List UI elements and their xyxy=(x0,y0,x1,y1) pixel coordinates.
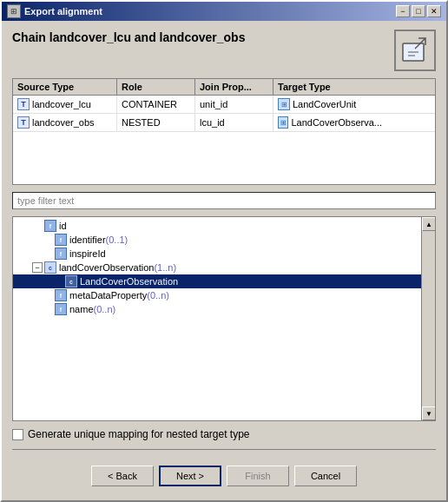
tree-item-name[interactable]: + f name (0..n) xyxy=(13,302,421,316)
col-target-type: Target Type xyxy=(273,79,386,95)
maximize-button[interactable]: □ xyxy=(412,5,425,17)
tree-label-inspireid: inspireId xyxy=(69,248,106,259)
minimize-button[interactable]: − xyxy=(396,5,410,17)
filter-input[interactable]: type filter text xyxy=(12,192,436,209)
table-header: Source Type Role Join Prop... Target Typ… xyxy=(13,79,435,96)
footer-buttons: < Back Next > Finish Cancel xyxy=(12,459,436,492)
export-icon xyxy=(394,30,436,71)
target-type-icon-1: ⊞ xyxy=(278,98,290,110)
multiplicity-metadataprop: (0..n) xyxy=(147,290,169,301)
multiplicity-name: (0..n) xyxy=(94,304,116,314)
window-title: Export alignment xyxy=(24,6,102,17)
tree-item-landcoverobs[interactable]: − c landCoverObservation (1..n) xyxy=(13,261,421,274)
main-content: Chain landcover_lcu and landcover_obs So… xyxy=(2,21,446,500)
cell-source-2: T landcover_obs xyxy=(13,114,117,131)
tree-label-metadataprop: metaDataProperty xyxy=(69,290,147,301)
separator xyxy=(12,449,436,450)
cell-target-2: ⊞ LandCoverObserva... xyxy=(273,114,386,131)
empty-table-rows xyxy=(13,132,435,184)
field-icon: f xyxy=(44,220,56,232)
col-source-type: Source Type xyxy=(13,79,117,95)
next-button[interactable]: Next > xyxy=(159,466,221,486)
finish-button[interactable]: Finish xyxy=(227,466,289,486)
tree-label-id: id xyxy=(59,221,67,231)
tree-item-landcoverobs-class[interactable]: + c LandCoverObservation xyxy=(13,274,421,288)
checkbox-label: Generate unique mapping for nested targe… xyxy=(28,428,250,440)
cancel-button[interactable]: Cancel xyxy=(294,466,357,486)
source-type-icon-2: T xyxy=(17,116,30,129)
target-type-icon-2: ⊞ xyxy=(278,116,288,129)
class-icon-selected: c xyxy=(65,275,77,287)
close-button[interactable]: ✕ xyxy=(427,5,441,17)
tree-label-identifier: identifier xyxy=(69,234,106,245)
title-bar: ⊞ Export alignment − □ ✕ xyxy=(2,2,446,21)
tree-item-id[interactable]: + f id xyxy=(13,219,421,233)
target-name-2: LandCoverObserva... xyxy=(291,117,382,128)
cell-target-1: ⊞ LandCoverUnit xyxy=(273,96,386,113)
col-role: Role xyxy=(117,79,195,95)
field-icon: f xyxy=(55,303,67,315)
table-row[interactable]: T landcover_lcu CONTAINER unit_id ⊞ Land… xyxy=(13,96,435,114)
cell-join-1: unit_id xyxy=(195,96,273,113)
tree-label-landcoverobs-class: LandCoverObservation xyxy=(80,276,178,287)
scroll-track[interactable] xyxy=(422,231,435,406)
multiplicity-identifier: (0..1) xyxy=(106,234,128,245)
field-icon: f xyxy=(55,234,67,246)
tree-label-landcoverobs: landCoverObservation xyxy=(59,262,154,273)
tree-scrollbar[interactable]: ▲ ▼ xyxy=(421,217,435,420)
window-icon: ⊞ xyxy=(7,4,21,18)
table-row[interactable]: T landcover_obs NESTED lcu_id ⊞ LandCove… xyxy=(13,114,435,132)
multiplicity-landcoverobs: (1..n) xyxy=(154,262,176,273)
source-name-2: landcover_obs xyxy=(32,117,95,128)
alignment-table: Source Type Role Join Prop... Target Typ… xyxy=(12,78,436,185)
cell-role-2: NESTED xyxy=(117,114,195,131)
class-icon: c xyxy=(44,261,56,274)
source-type-icon-1: T xyxy=(17,98,30,110)
unique-mapping-checkbox[interactable] xyxy=(12,429,23,440)
expander-landcoverobs[interactable]: − xyxy=(32,262,43,273)
cell-join-2: lcu_id xyxy=(195,114,273,131)
checkbox-row: Generate unique mapping for nested targe… xyxy=(12,428,436,440)
title-buttons: − □ ✕ xyxy=(396,5,441,17)
back-button[interactable]: < Back xyxy=(91,466,154,486)
tree-item-identifier[interactable]: + f identifier (0..1) xyxy=(13,233,421,247)
scroll-up-button[interactable]: ▲ xyxy=(422,217,436,231)
field-icon: f xyxy=(55,289,67,301)
header-area: Chain landcover_lcu and landcover_obs xyxy=(12,30,436,71)
cell-role-1: CONTAINER xyxy=(117,96,195,113)
col-join-prop: Join Prop... xyxy=(195,79,273,95)
tree-label-name: name xyxy=(69,304,94,314)
source-name-1: landcover_lcu xyxy=(32,99,91,109)
page-title: Chain landcover_lcu and landcover_obs xyxy=(12,30,245,45)
field-icon: f xyxy=(55,248,67,260)
tree-item-metadataprop[interactable]: + f metaDataProperty (0..n) xyxy=(13,288,421,302)
tree-content: + f id + f identifier (0..1) + f inspire… xyxy=(13,217,421,420)
target-name-1: LandCoverUnit xyxy=(293,99,356,109)
tree-item-inspireid[interactable]: + f inspireId xyxy=(13,247,421,261)
scroll-down-button[interactable]: ▼ xyxy=(422,406,436,420)
cell-source-1: T landcover_lcu xyxy=(13,96,117,113)
tree-section: + f id + f identifier (0..1) + f inspire… xyxy=(12,216,436,421)
export-alignment-window: ⊞ Export alignment − □ ✕ Chain landcover… xyxy=(0,0,448,502)
